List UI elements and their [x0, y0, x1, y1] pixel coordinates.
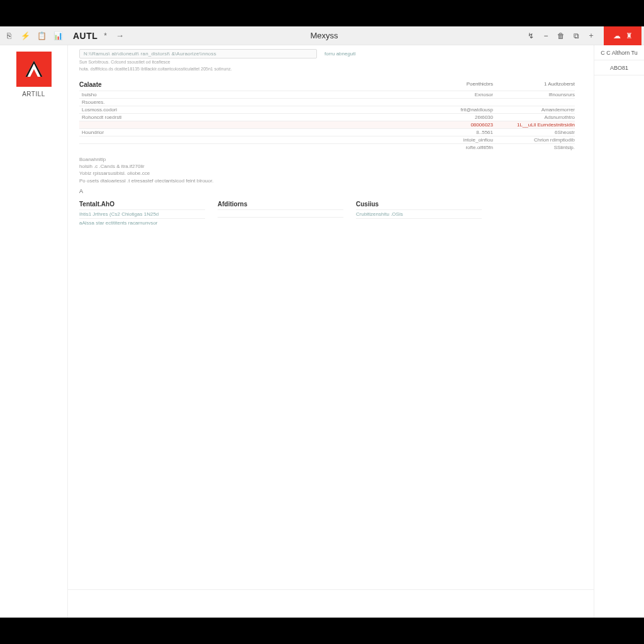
meta-line-2: hota. dsffifcico.ds dcatite18135 ibtllac… — [68, 65, 594, 72]
section-marker-a: A — [79, 188, 594, 194]
sync-icon[interactable]: ↯ — [525, 30, 537, 42]
right-sidebar: C C Althorn Tu ABO81 — [594, 45, 644, 618]
column-header: Afditiorns — [218, 201, 343, 209]
app-toolbar: ⎘ ⚡ 📋 📊 AUTL * → Mexyss ↯ − 🗑 ⧉ ＋ ☁ ♜ — [0, 26, 644, 45]
cell-name: Rohoncdt roedrstl — [79, 114, 399, 120]
main-content: N:\\Ramus\ ab\dioneult\ ran_distorst\ &\… — [68, 45, 594, 618]
arrow-right-icon[interactable]: → — [116, 31, 124, 40]
text-line: holsih .c .Cands & itra.if270lir — [79, 163, 575, 170]
cell-val2: Amandemorrer — [493, 107, 575, 113]
cell-val2: 1L__uLll Eurndestnitrsidin — [493, 122, 575, 128]
cell-name — [79, 137, 399, 143]
column: CusiiusCrubitizenshitu .OSis — [356, 201, 482, 227]
column-item[interactable] — [218, 217, 343, 225]
bolt-icon[interactable]: ⚡ — [19, 30, 31, 42]
trash-icon[interactable]: 🗑 — [555, 30, 567, 42]
table-row[interactable]: Rsoueres. — [79, 98, 575, 106]
path-field[interactable]: N:\\Ramus\ ab\dioneult\ ran_distorst\ &\… — [79, 49, 317, 58]
text-line: Yobiz rpissarsusibisl. oliobe.cce — [79, 170, 575, 177]
export-icon[interactable]: ⎘ — [3, 30, 15, 42]
app-logo[interactable] — [16, 52, 52, 87]
cell-val1: Exnosor — [399, 92, 493, 97]
panel-col3-header: 1 Audtzoberst — [493, 81, 575, 88]
right-tab-1[interactable]: ABO81 — [594, 60, 644, 75]
cell-val1: rofte.olfitl5fn — [399, 145, 493, 150]
panel-title: Calaate — [79, 81, 399, 88]
table-row[interactable]: intoie_oinfiouChrion rdimptiodib — [79, 136, 575, 143]
cell-val2: SSiintslp. — [493, 145, 575, 150]
cell-val2: Chrion rdimptiodib — [493, 137, 575, 143]
column-header: Tentalt.AhO — [79, 201, 205, 209]
cell-name — [79, 122, 399, 128]
data-panel: Calaate Poenthicbrs 1 Audtzoberst buisho… — [79, 81, 575, 151]
document-title: Mexyss — [310, 31, 338, 40]
column-item[interactable]: aAlssa star ectititents racarnunvsor — [79, 218, 205, 227]
cell-val1: frit@natdlousp — [399, 107, 493, 113]
minus-icon[interactable]: − — [540, 30, 552, 42]
panel-col2-header: Poenthicbrs — [399, 81, 493, 88]
meta-line-1: Sun Sorbitrous. Cdcond ssoustiet od itca… — [68, 58, 594, 65]
cloud-icon: ☁ — [613, 31, 621, 40]
cell-name: Houndrior — [79, 130, 399, 135]
cell-val1: 8..5561 — [399, 130, 493, 135]
cell-name: Rsoueres. — [79, 99, 399, 105]
copy-icon[interactable]: ⧉ — [570, 30, 582, 42]
user-icon: ♜ — [626, 31, 633, 40]
text-line: Boanahnitlp — [79, 156, 575, 163]
text-line: Po osets dtaloariessl .t etresastef otec… — [79, 177, 575, 184]
app-name: AUTL — [73, 31, 97, 41]
cell-val1 — [399, 99, 493, 105]
content-footer-rule — [68, 589, 594, 590]
table-row[interactable]: rofte.olfitl5fnSSiintslp. — [79, 143, 575, 151]
info-label: forru abnegutl — [325, 51, 355, 57]
column: Afditiorns — [218, 201, 343, 227]
cell-name: Losmoss.codori — [79, 107, 399, 113]
logo-label: ARTILL — [22, 91, 45, 97]
text-block: Boanahnitlpholsih .c .Cands & itra.if270… — [79, 156, 575, 184]
table-row[interactable]: Houndrior8..55616Sheostr — [79, 128, 575, 136]
cell-val1: intoie_oinfiou — [399, 137, 493, 143]
cell-val2: 6Sheostr — [493, 130, 575, 135]
columns-section: Tentalt.AhOIhtis1 Jrthres (Cs2 Chiotigas… — [79, 201, 575, 227]
column: Tentalt.AhOIhtis1 Jrthres (Cs2 Chiotigas… — [79, 201, 205, 227]
column-item[interactable] — [356, 218, 482, 226]
table-row[interactable]: buishoExnosorIfinounsrurs — [79, 91, 575, 98]
table-row[interactable]: Rohoncdt roedrstl26t6030Adsnurrothtro — [79, 113, 575, 121]
cell-val1: 08006023 — [399, 122, 493, 128]
cell-name — [79, 145, 399, 150]
table-row[interactable]: 080060231L__uLll Eurndestnitrsidin — [79, 121, 575, 128]
right-tab-0[interactable]: C C Althorn Tu — [594, 45, 644, 60]
cell-val1: 26t6030 — [399, 114, 493, 120]
left-sidebar: ARTILL — [0, 45, 68, 618]
cell-val2: Ifinounsrurs — [493, 92, 575, 97]
clipboard-icon[interactable]: 📋 — [35, 30, 48, 42]
table-row[interactable]: Losmoss.codorifrit@natdlouspAmandemorrer — [79, 106, 575, 113]
column-item[interactable]: Ihtis1 Jrthres (Cs2 Chiotigas 1N25d — [79, 209, 205, 218]
modified-marker: * — [104, 31, 107, 40]
column-item[interactable] — [218, 209, 343, 217]
plus-icon[interactable]: ＋ — [585, 30, 597, 42]
chart-icon[interactable]: 📊 — [52, 30, 64, 42]
cell-val2 — [493, 99, 575, 105]
column-item[interactable]: Crubitizenshitu .OSis — [356, 209, 482, 218]
cell-val2: Adsnurrothtro — [493, 114, 575, 120]
cell-name: buisho — [79, 92, 399, 97]
column-header: Cusiius — [356, 201, 482, 209]
account-box[interactable]: ☁ ♜ — [604, 26, 641, 45]
